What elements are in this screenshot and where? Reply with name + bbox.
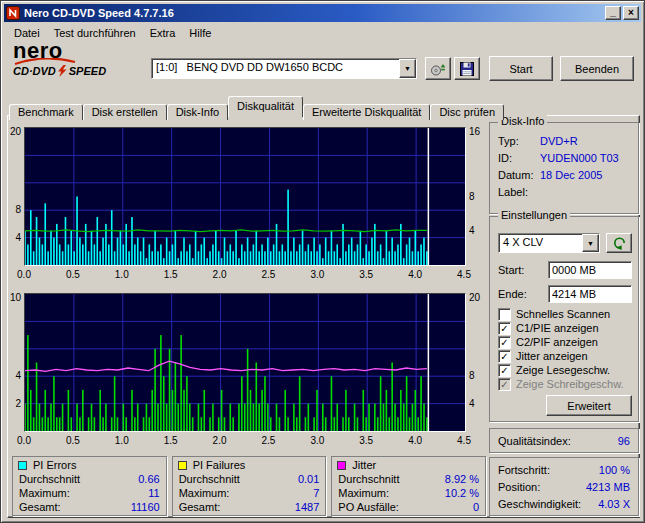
- start-button[interactable]: Start: [489, 56, 553, 81]
- logo-bolt-icon: [58, 65, 67, 77]
- logo-product-right: SPEED: [69, 65, 106, 77]
- axis-tick-label: 8: [469, 370, 485, 381]
- title-bar: Nero CD-DVD Speed 4.7.7.16 _ ×: [4, 4, 641, 22]
- tab-benchmark[interactable]: Benchmark: [9, 104, 83, 120]
- axis-tick-label: 4: [469, 398, 485, 409]
- drive-selector[interactable]: [1:0] BENQ DVD DD DW1650 BCDC ▼: [151, 58, 417, 79]
- pi-errors-plot: [24, 127, 466, 266]
- axis-tick-label: 8: [469, 191, 485, 202]
- progress-row: Position:4213 MB: [490, 479, 638, 496]
- pi-failures-plot: [24, 293, 466, 432]
- stat-title: PI Errors: [33, 459, 76, 471]
- axis-tick-label: 4.0: [405, 435, 425, 446]
- dropdown-arrow-icon[interactable]: ▼: [582, 234, 599, 252]
- stat-value: 7: [313, 486, 319, 500]
- save-button[interactable]: [454, 57, 480, 80]
- end-mb-input[interactable]: [548, 285, 632, 303]
- statistics-panels: PI ErrorsDurchschnitt0.66Maximum:11Gesam…: [12, 456, 486, 516]
- checkbox-label: Jitter anzeigen: [516, 350, 588, 362]
- progress-rows: Fortschritt:100 %Position:4213 MBGeschwi…: [490, 458, 638, 513]
- stat-row: Durchschnitt8.92 %: [332, 472, 485, 486]
- stat-label: Maximum:: [19, 486, 70, 500]
- axis-tick-label: 4: [469, 225, 485, 236]
- progress-row: Geschwindigkeit:4.03 X: [490, 496, 638, 513]
- checkbox-box: ✓: [498, 350, 511, 363]
- tab-disk-erstellen[interactable]: Disk erstellen: [83, 104, 167, 120]
- checkbox-label: Zeige Lesegeschw.: [516, 364, 610, 376]
- drive-selector-value: [1:0] BENQ DVD DD DW1650 BCDC: [152, 59, 399, 78]
- info-label: Typ:: [498, 133, 540, 150]
- nero-logo: nero CD·DVD SPEED: [13, 41, 145, 77]
- stat-title: PI Failures: [193, 459, 246, 471]
- minimize-button[interactable]: _: [605, 6, 621, 20]
- stat-row: Gesamt:11160: [13, 500, 166, 514]
- close-button[interactable]: ×: [623, 6, 639, 20]
- info-label: Datum:: [498, 167, 540, 184]
- checkbox-box: [498, 308, 511, 321]
- progress-panel: Fortschritt:100 %Position:4213 MBGeschwi…: [489, 457, 639, 516]
- checkbox-label: Zeige Schreibgeschw.: [516, 378, 624, 390]
- menu-extra[interactable]: Extra: [143, 25, 183, 41]
- menu-hilfe[interactable]: Hilfe: [182, 25, 218, 41]
- tab-diskqualitaet[interactable]: Diskqualität: [228, 96, 303, 117]
- checkbox-zeige-lesegeschw[interactable]: ✓Zeige Lesegeschw.: [498, 363, 634, 377]
- stat-row: Maximum:7: [173, 486, 326, 500]
- window-title: Nero CD-DVD Speed 4.7.7.16: [24, 7, 605, 19]
- checkbox-zeige-schreibgeschw[interactable]: ✓Zeige Schreibgeschw.: [498, 377, 634, 391]
- checkbox-label: C1/PIE anzeigen: [516, 322, 599, 334]
- stat-label: Maximum:: [179, 486, 230, 500]
- info-label: ID:: [498, 150, 540, 167]
- eject-disc-icon: [430, 62, 446, 76]
- start-mb-input[interactable]: [548, 261, 632, 279]
- quit-button[interactable]: Beenden: [560, 56, 634, 81]
- jitter-legend-swatch: [337, 461, 346, 470]
- progress-label: Geschwindigkeit:: [498, 496, 581, 513]
- tab-page-diskqualitaet: 208416840.00.51.01.52.02.53.03.54.04.5 1…: [7, 115, 640, 518]
- pi-failures-legend-swatch: [178, 461, 187, 470]
- axis-tick-label: 0.0: [14, 269, 34, 280]
- stat-value: 1487: [295, 500, 319, 514]
- disk-info-legend: Disk-Info: [498, 115, 547, 128]
- refresh-button[interactable]: [606, 233, 632, 253]
- checkbox-schnelles-scannen[interactable]: Schnelles Scannen: [498, 307, 634, 321]
- stat-value: 0.66: [138, 472, 159, 486]
- stat-label: Durchschnitt: [19, 472, 80, 486]
- logo-product: CD·DVD SPEED: [13, 65, 145, 77]
- stat-header: Jitter: [332, 457, 485, 472]
- stat-value: 10.2 %: [445, 486, 479, 500]
- progress-row: Fortschritt:100 %: [490, 462, 638, 479]
- checkbox-c1-pie-anzeigen[interactable]: ✓C1/PIE anzeigen: [498, 321, 634, 335]
- logo-brand: nero: [13, 41, 145, 60]
- menu-bar: DateiTest durchführenExtraHilfe: [4, 23, 641, 42]
- axis-tick-label: 0.5: [63, 269, 83, 280]
- tab-erweiterte-diskqualitaet[interactable]: Erweiterte Diskqualität: [303, 104, 430, 120]
- stat-row: Maximum:11: [13, 486, 166, 500]
- scan-speed-value: 4 X CLV: [499, 234, 582, 252]
- tab-disk-info[interactable]: Disk-Info: [167, 104, 228, 120]
- progress-label: Fortschritt:: [498, 462, 550, 479]
- axis-tick-label: 4.5: [454, 435, 474, 446]
- checkbox-box: ✓: [498, 378, 511, 391]
- tab-disc-pruefen[interactable]: Disc prüfen: [430, 104, 504, 120]
- checkbox-label: C2/PIF anzeigen: [516, 336, 598, 348]
- stat-value: 8.92 %: [445, 472, 479, 486]
- axis-tick-label: 0.0: [14, 435, 34, 446]
- checkbox-box: ✓: [498, 322, 511, 335]
- app-window: Nero CD-DVD Speed 4.7.7.16 _ × DateiTest…: [0, 0, 645, 523]
- dropdown-arrow-icon[interactable]: ▼: [399, 59, 416, 78]
- scan-speed-selector[interactable]: 4 X CLV ▼: [498, 233, 600, 253]
- advanced-button[interactable]: Erweitert: [546, 395, 632, 416]
- axis-tick-label: 2.0: [210, 435, 230, 446]
- eject-button[interactable]: [425, 57, 451, 80]
- checkbox-jitter-anzeigen[interactable]: ✓Jitter anzeigen: [498, 349, 634, 363]
- refresh-icon: [612, 236, 627, 250]
- stat-label: Durchschnitt: [179, 472, 240, 486]
- progress-value: 100 %: [599, 462, 630, 479]
- display-options: Schnelles Scannen✓C1/PIE anzeigen✓C2/PIF…: [498, 307, 634, 391]
- axis-tick-label: 20: [8, 126, 21, 137]
- axis-tick-label: 4: [8, 370, 21, 381]
- axis-tick-label: 3.5: [356, 269, 376, 280]
- axis-tick-label: 4: [8, 232, 21, 243]
- checkbox-c2-pif-anzeigen[interactable]: ✓C2/PIF anzeigen: [498, 335, 634, 349]
- pi-errors-chart: 208416840.00.51.01.52.02.53.03.54.04.5: [8, 127, 486, 282]
